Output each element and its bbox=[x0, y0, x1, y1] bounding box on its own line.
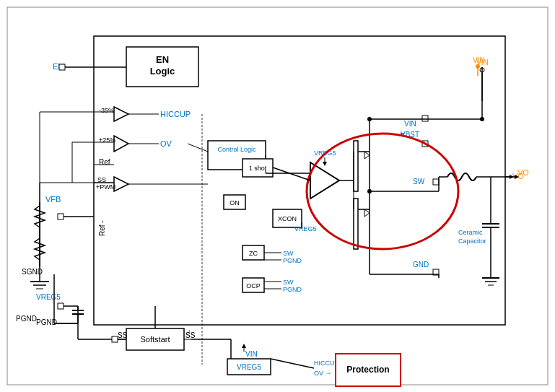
svg-text:SW: SW bbox=[413, 178, 425, 186]
svg-rect-92 bbox=[422, 116, 428, 121]
svg-text:VO: VO bbox=[517, 168, 529, 177]
svg-text:Ceramic: Ceramic bbox=[458, 229, 483, 236]
svg-text:PGND: PGND bbox=[283, 257, 302, 264]
svg-rect-50 bbox=[112, 336, 118, 342]
svg-text:GND: GND bbox=[413, 261, 429, 269]
svg-text:OV: OV bbox=[160, 139, 172, 148]
svg-text:+PWM: +PWM bbox=[96, 183, 115, 191]
svg-text:VFB: VFB bbox=[45, 195, 61, 204]
svg-text:EN: EN bbox=[156, 54, 169, 65]
svg-point-144 bbox=[367, 189, 372, 193]
svg-rect-36 bbox=[58, 303, 64, 309]
svg-rect-77 bbox=[354, 141, 358, 191]
svg-text:-35%: -35% bbox=[99, 107, 114, 114]
svg-text:Ref -: Ref - bbox=[98, 220, 106, 236]
svg-text:Control Logic: Control Logic bbox=[217, 146, 256, 153]
svg-text:OCP: OCP bbox=[246, 282, 261, 289]
svg-point-166 bbox=[476, 64, 480, 69]
svg-text:SW: SW bbox=[283, 279, 294, 286]
svg-text:VIN: VIN bbox=[245, 350, 258, 358]
svg-text:VREG5: VREG5 bbox=[237, 363, 261, 371]
svg-text:ON: ON bbox=[230, 199, 240, 206]
svg-point-145 bbox=[367, 117, 372, 121]
svg-text:PGND: PGND bbox=[16, 315, 37, 323]
svg-text:PGND: PGND bbox=[283, 286, 302, 293]
svg-text:1 shot: 1 shot bbox=[249, 165, 267, 172]
svg-rect-97 bbox=[433, 179, 439, 185]
svg-text:SS: SS bbox=[118, 331, 128, 339]
diagram-container: EN Logic EN -35% HICCUP +25% OV Ref SS +… bbox=[0, 0, 555, 392]
svg-text:HICCUP: HICCUP bbox=[160, 110, 191, 118]
svg-text:VIN: VIN bbox=[404, 120, 416, 128]
svg-text:OV →: OV → bbox=[314, 370, 332, 377]
svg-text:ZC: ZC bbox=[249, 250, 258, 257]
svg-rect-27 bbox=[58, 214, 64, 219]
svg-text:VIN: VIN bbox=[473, 56, 485, 64]
svg-text:Logic: Logic bbox=[150, 66, 175, 77]
svg-text:SW: SW bbox=[283, 250, 294, 257]
svg-rect-8 bbox=[59, 64, 65, 70]
svg-rect-83 bbox=[354, 199, 358, 249]
svg-text:Softstart: Softstart bbox=[141, 335, 170, 344]
svg-text:Capacitor: Capacitor bbox=[458, 238, 486, 245]
svg-text:VREG5: VREG5 bbox=[36, 293, 61, 301]
svg-text:VREG5: VREG5 bbox=[294, 225, 317, 232]
svg-text:Protection: Protection bbox=[346, 365, 389, 375]
svg-text:XCON: XCON bbox=[278, 215, 297, 222]
svg-point-146 bbox=[480, 117, 484, 121]
svg-text:↓: ↓ bbox=[188, 328, 191, 335]
